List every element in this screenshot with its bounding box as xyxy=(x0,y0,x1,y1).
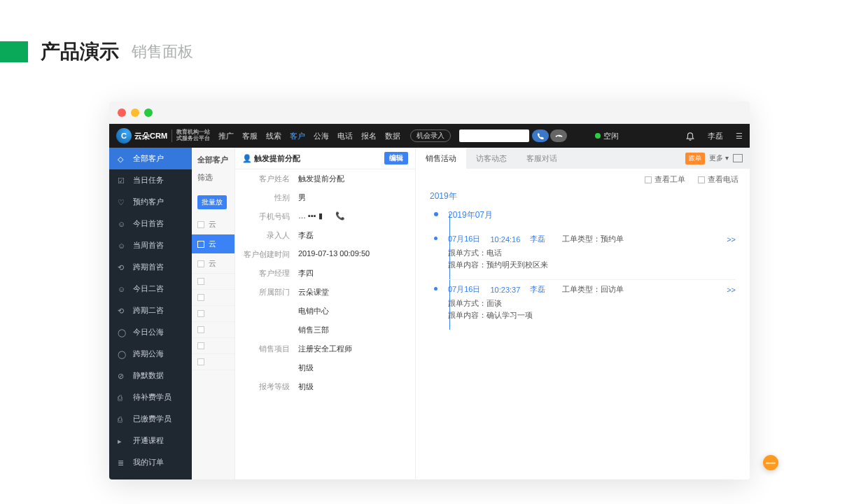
sidebar-item[interactable]: ♡预约客户 xyxy=(109,191,192,213)
filter-checkbox[interactable]: 查看工单 xyxy=(645,174,685,185)
fab-button[interactable]: — xyxy=(763,455,778,470)
sidebar-item[interactable]: ⟲跨期二咨 xyxy=(109,300,192,321)
sidebar-icon: ⊘ xyxy=(118,372,126,380)
opportunity-button[interactable]: 机会录入 xyxy=(410,130,451,142)
sidebar-item[interactable]: ≣我的订单 xyxy=(109,451,192,473)
list-item[interactable]: 云 xyxy=(192,215,234,234)
list-item[interactable]: 云 xyxy=(192,254,234,274)
checkbox[interactable] xyxy=(197,310,204,317)
sidebar-item[interactable]: ⊘静默数据 xyxy=(109,365,192,386)
username[interactable]: 李磊 xyxy=(708,131,723,141)
detail-field: 客户经理李四 xyxy=(235,264,415,283)
bell-icon[interactable] xyxy=(685,131,695,141)
field-value: 注册安全工程师 xyxy=(298,344,407,354)
logo-text: 云朵CRM xyxy=(134,131,167,141)
checkbox[interactable] xyxy=(197,241,204,248)
field-label: 报考等级 xyxy=(244,382,298,392)
list-title: 全部客户 xyxy=(192,148,234,172)
edit-button[interactable]: 编辑 xyxy=(384,152,408,164)
close-icon[interactable] xyxy=(118,108,126,117)
sidebar-label: 待补费学员 xyxy=(133,392,172,402)
checkbox[interactable] xyxy=(197,260,204,267)
sidebar-item[interactable]: ◯跨期公海 xyxy=(109,343,192,365)
accent-block xyxy=(0,41,28,62)
entry-user: 李磊 xyxy=(530,234,545,244)
checkbox[interactable] xyxy=(197,342,204,349)
entry-date: 07月16日 xyxy=(448,234,480,244)
call-button[interactable] xyxy=(532,130,549,142)
layout-icon[interactable] xyxy=(733,154,743,162)
field-value: 云朵课堂 xyxy=(298,287,407,298)
sidebar-icon: ☺ xyxy=(118,241,126,250)
field-label: 客户姓名 xyxy=(244,174,298,184)
sidebar-item[interactable]: ☺今日首咨 xyxy=(109,213,192,234)
sidebar-item[interactable]: ◯今日公海 xyxy=(109,321,192,343)
sidebar-item[interactable]: ☺当周首咨 xyxy=(109,234,192,256)
list-item[interactable] xyxy=(192,274,234,290)
sidebar-label: 当周首咨 xyxy=(133,240,164,251)
sidebar-item[interactable]: ◇全部客户 xyxy=(109,148,192,169)
list-item[interactable] xyxy=(192,322,234,338)
field-label: 录入人 xyxy=(244,230,298,241)
checkbox[interactable] xyxy=(197,326,204,333)
activity-panel: 销售活动访客动态客服对话 跟单 更多 ▾ 查看工单查看电话 2019年 2019… xyxy=(416,148,750,479)
hangup-button[interactable] xyxy=(550,130,567,142)
minimize-icon[interactable] xyxy=(131,108,139,117)
detail-field: 销售项目注册安全工程师 xyxy=(235,340,415,358)
maximize-icon[interactable] xyxy=(144,108,153,117)
tabs: 销售活动访客动态客服对话 跟单 更多 ▾ xyxy=(416,148,750,169)
customer-list-panel: 全部客户 筛选 批量放 云云云 xyxy=(192,148,235,479)
sidebar-item[interactable]: ☺今日二咨 xyxy=(109,278,192,300)
list-item[interactable] xyxy=(192,338,234,354)
entry-method: 跟单方式：面谈 xyxy=(448,298,736,309)
field-label xyxy=(244,306,298,316)
sidebar-icon: ≣ xyxy=(118,458,126,467)
topnav-item[interactable]: 客户 xyxy=(290,131,305,141)
topnav-item[interactable]: 推广 xyxy=(218,131,234,141)
field-label: 销售项目 xyxy=(244,344,298,354)
tab[interactable]: 访客动态 xyxy=(466,148,517,169)
list-item[interactable]: 云 xyxy=(192,234,234,254)
follow-badge[interactable]: 跟单 xyxy=(685,153,705,164)
filter-checkbox[interactable]: 查看电话 xyxy=(698,174,738,185)
slide-header: 产品演示 销售面板 xyxy=(0,0,847,65)
expand-icon[interactable]: >> xyxy=(727,286,736,294)
call-icon[interactable]: 📞 xyxy=(335,211,345,220)
search-input[interactable] xyxy=(459,130,529,142)
entry-type: 工单类型：预约单 xyxy=(562,234,624,244)
sidebar-item[interactable]: ☑当日任务 xyxy=(109,169,192,191)
checkbox[interactable] xyxy=(197,358,204,365)
checkbox[interactable] xyxy=(197,278,204,285)
list-item[interactable] xyxy=(192,306,234,322)
entry-time: 10:24:16 xyxy=(490,235,520,244)
field-value: 李四 xyxy=(298,268,407,279)
detail-field: 初级 xyxy=(235,358,415,377)
tab[interactable]: 客服对话 xyxy=(517,148,567,169)
topnav-item[interactable]: 电话 xyxy=(337,131,353,141)
detail-field: 录入人李磊 xyxy=(235,226,415,245)
sidebar-item[interactable]: ⎙待补费学员 xyxy=(109,386,192,408)
user-menu-icon[interactable]: ☰ xyxy=(736,132,743,141)
sidebar-item[interactable]: ⎙已缴费学员 xyxy=(109,408,192,430)
sidebar-label: 跨期首咨 xyxy=(133,262,164,272)
topnav-item[interactable]: 数据 xyxy=(385,131,400,141)
logo[interactable]: C 云朵CRM 教育机构一站式服务云平台 xyxy=(116,128,210,144)
detail-field: 客户创建时间2019-07-13 00:09:50 xyxy=(235,245,415,264)
entry-type: 工单类型：回访单 xyxy=(562,284,624,295)
field-label: 性别 xyxy=(244,192,298,203)
expand-icon[interactable]: >> xyxy=(727,235,736,244)
list-item[interactable] xyxy=(192,290,234,306)
topnav-item[interactable]: 客服 xyxy=(242,131,258,141)
more-menu[interactable]: 更多 ▾ xyxy=(709,153,729,163)
topnav-item[interactable]: 报名 xyxy=(361,131,377,141)
checkbox[interactable] xyxy=(197,221,204,228)
bulk-tag[interactable]: 批量放 xyxy=(197,195,227,209)
list-item[interactable] xyxy=(192,354,234,370)
tab[interactable]: 销售活动 xyxy=(416,148,466,169)
checkbox[interactable] xyxy=(197,294,204,301)
topnav-item[interactable]: 线索 xyxy=(266,131,281,141)
status-dot-icon xyxy=(595,133,601,139)
sidebar-item[interactable]: ▸开通课程 xyxy=(109,430,192,451)
sidebar-item[interactable]: ⟲跨期首咨 xyxy=(109,256,192,278)
topnav-item[interactable]: 公海 xyxy=(314,131,329,141)
